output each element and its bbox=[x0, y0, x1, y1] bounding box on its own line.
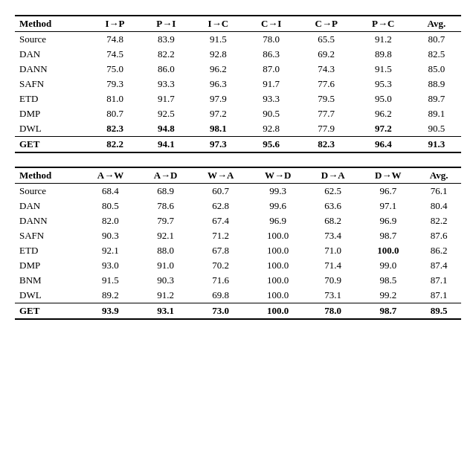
cell-method: DAN bbox=[15, 47, 89, 62]
cell-value: 67.4 bbox=[192, 213, 249, 228]
cell-value: 87.0 bbox=[245, 62, 298, 77]
cell-get-value: 95.6 bbox=[245, 137, 298, 153]
cell-value: 90.3 bbox=[82, 228, 139, 243]
cell-method: SAFN bbox=[15, 228, 82, 243]
col-dw: D→W bbox=[359, 167, 416, 184]
cell-value: 87.4 bbox=[416, 258, 461, 273]
cell-value: 92.8 bbox=[192, 47, 245, 62]
cell-value: 95.0 bbox=[355, 91, 412, 106]
cell-get-value: 82.3 bbox=[298, 137, 355, 153]
cell-method: DWL bbox=[15, 121, 89, 137]
col-pc: P→C bbox=[355, 16, 412, 32]
cell-value: 69.2 bbox=[298, 47, 355, 62]
cell-value: 91.5 bbox=[82, 273, 139, 288]
cell-value: 74.8 bbox=[89, 32, 141, 48]
cell-value: 100.0 bbox=[359, 243, 416, 258]
cell-value: 93.3 bbox=[141, 77, 192, 91]
cell-method: SAFN bbox=[15, 77, 89, 91]
main-container: Method I→P P→I I→C C→I C→P P→C Avg. Sour… bbox=[15, 15, 461, 333]
cell-value: 87.1 bbox=[416, 273, 461, 288]
cell-value: 96.3 bbox=[192, 77, 245, 91]
cell-value: 100.0 bbox=[249, 288, 306, 303]
table-row: DMP93.091.070.2100.071.499.087.4 bbox=[15, 258, 461, 273]
cell-method: Source bbox=[15, 184, 82, 199]
table-row: BNM91.590.371.6100.070.998.587.1 bbox=[15, 273, 461, 288]
cell-method: DANN bbox=[15, 62, 89, 77]
cell-value: 97.2 bbox=[192, 106, 245, 121]
cell-value: 91.7 bbox=[245, 77, 298, 91]
cell-value: 90.5 bbox=[412, 121, 461, 137]
cell-value: 100.0 bbox=[249, 258, 306, 273]
cell-get-value: 94.1 bbox=[141, 137, 192, 153]
cell-value: 91.2 bbox=[139, 288, 192, 303]
table-row: DWL82.394.898.192.877.997.290.5 bbox=[15, 121, 461, 137]
cell-value: 70.2 bbox=[192, 258, 249, 273]
cell-value: 68.9 bbox=[139, 184, 192, 199]
cell-value: 91.2 bbox=[355, 32, 412, 48]
cell-get-value: 73.0 bbox=[192, 303, 249, 320]
cell-method: DMP bbox=[15, 106, 89, 121]
cell-method: Source bbox=[15, 32, 89, 48]
cell-value: 93.0 bbox=[82, 258, 139, 273]
cell-value: 81.0 bbox=[89, 91, 141, 106]
table-row: DAN74.582.292.886.369.289.882.5 bbox=[15, 47, 461, 62]
cell-value: 71.0 bbox=[306, 243, 359, 258]
cell-value: 99.6 bbox=[249, 199, 306, 213]
cell-value: 86.3 bbox=[245, 47, 298, 62]
cell-value: 88.9 bbox=[412, 77, 461, 91]
table2-header-row: Method A→W A→D W→A W→D D→A D→W Avg. bbox=[15, 167, 461, 184]
cell-value: 96.2 bbox=[192, 62, 245, 77]
get-row: GET82.294.197.395.682.396.491.3 bbox=[15, 137, 461, 153]
table1-header-row: Method I→P P→I I→C C→I C→P P→C Avg. bbox=[15, 16, 461, 32]
cell-method: DMP bbox=[15, 258, 82, 273]
table-row: DANN82.079.767.496.968.296.982.2 bbox=[15, 213, 461, 228]
cell-value: 92.1 bbox=[82, 243, 139, 258]
cell-value: 90.5 bbox=[245, 106, 298, 121]
table-row: DANN75.086.096.287.074.391.585.0 bbox=[15, 62, 461, 77]
cell-value: 74.5 bbox=[89, 47, 141, 62]
cell-value: 91.5 bbox=[355, 62, 412, 77]
cell-value: 92.1 bbox=[139, 228, 192, 243]
table-1: Method I→P P→I I→C C→I C→P P→C Avg. Sour… bbox=[15, 15, 461, 153]
cell-value: 96.9 bbox=[359, 213, 416, 228]
cell-value: 92.8 bbox=[245, 121, 298, 137]
cell-get-value: 82.2 bbox=[89, 137, 141, 153]
cell-value: 89.7 bbox=[412, 91, 461, 106]
cell-value: 62.8 bbox=[192, 199, 249, 213]
cell-value: 91.0 bbox=[139, 258, 192, 273]
table-row: DMP80.792.597.290.577.796.289.1 bbox=[15, 106, 461, 121]
col-method: Method bbox=[15, 16, 89, 32]
cell-get-value: 100.0 bbox=[249, 303, 306, 320]
cell-value: 80.4 bbox=[416, 199, 461, 213]
cell-value: 97.2 bbox=[355, 121, 412, 137]
cell-value: 83.9 bbox=[141, 32, 192, 48]
cell-value: 78.6 bbox=[139, 199, 192, 213]
cell-value: 90.3 bbox=[139, 273, 192, 288]
cell-value: 82.0 bbox=[82, 213, 139, 228]
cell-value: 85.0 bbox=[412, 62, 461, 77]
cell-method: DWL bbox=[15, 288, 82, 303]
cell-value: 62.5 bbox=[306, 184, 359, 199]
cell-value: 77.6 bbox=[298, 77, 355, 91]
cell-value: 89.8 bbox=[355, 47, 412, 62]
table-row: Source68.468.960.799.362.596.776.1 bbox=[15, 184, 461, 199]
get-row: GET93.993.173.0100.078.098.789.5 bbox=[15, 303, 461, 320]
cell-value: 79.7 bbox=[139, 213, 192, 228]
cell-method: ETD bbox=[15, 91, 89, 106]
cell-value: 98.1 bbox=[192, 121, 245, 137]
cell-value: 97.9 bbox=[192, 91, 245, 106]
cell-value: 60.7 bbox=[192, 184, 249, 199]
col-avg: Avg. bbox=[412, 16, 461, 32]
cell-value: 95.3 bbox=[355, 77, 412, 91]
cell-value: 100.0 bbox=[249, 273, 306, 288]
cell-value: 70.9 bbox=[306, 273, 359, 288]
cell-value: 73.1 bbox=[306, 288, 359, 303]
col-aw: A→W bbox=[82, 167, 139, 184]
cell-value: 89.1 bbox=[412, 106, 461, 121]
cell-value: 82.2 bbox=[141, 47, 192, 62]
col-ci: C→I bbox=[245, 16, 298, 32]
cell-value: 76.1 bbox=[416, 184, 461, 199]
cell-value: 80.5 bbox=[82, 199, 139, 213]
cell-value: 97.1 bbox=[359, 199, 416, 213]
col-method: Method bbox=[15, 167, 82, 184]
